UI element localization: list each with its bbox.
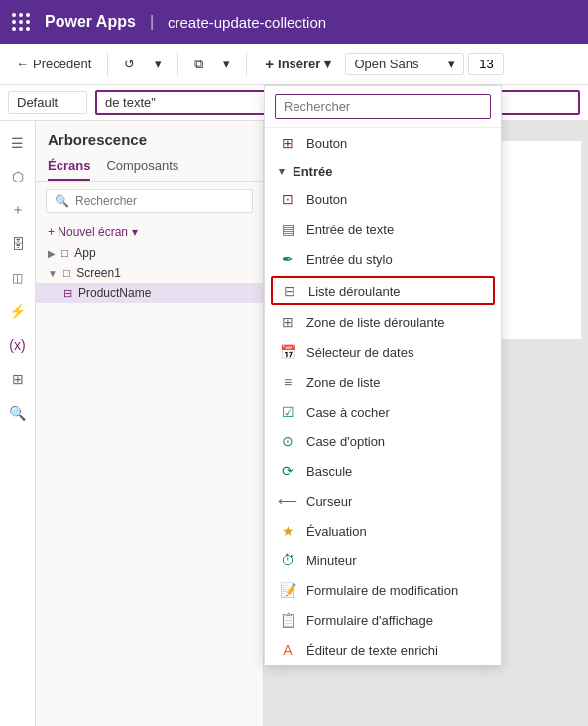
copy-icon: ⧉	[194, 57, 203, 72]
bouton-icon: ⊡	[279, 190, 296, 208]
case-cocher-icon: ☑	[279, 403, 296, 421]
tree-item-productname-label: ProductName	[78, 286, 151, 300]
menu-item-liste-deroulante-label: Liste déroulante	[308, 284, 401, 299]
menu-item-bascule[interactable]: ⟳ Bascule	[265, 456, 501, 486]
main-toolbar: ← Précédent ↺ ▾ ⧉ ▾ + Insérer ▾ Open San…	[0, 44, 588, 85]
back-button[interactable]: ← Précédent	[8, 53, 99, 75]
sidebar-search-button[interactable]: 🔍	[4, 399, 32, 426]
insert-dropdown-menu: ⊞ Bouton ▾ Entrée ⊡ Bouton ▤ Entrée de t…	[264, 85, 502, 666]
bascule-icon: ⟳	[279, 462, 296, 480]
tree-item-productname-icon: ⊟	[63, 287, 72, 300]
menu-item-selecteur-dates[interactable]: 📅 Sélecteur de dates	[265, 337, 501, 367]
entree-stylo-icon: ✒	[279, 250, 296, 268]
toolbar-divider-2	[177, 53, 178, 76]
bouton-top-icon: ⊞	[279, 134, 296, 152]
menu-item-case-option[interactable]: ⊙ Case d'option	[265, 426, 501, 456]
menu-item-case-option-label: Case d'option	[306, 434, 385, 449]
tree-search-input[interactable]	[75, 194, 244, 208]
menu-item-formulaire-affichage-label: Formulaire d'affichage	[306, 613, 433, 628]
tab-components[interactable]: Composants	[106, 154, 178, 181]
menu-item-case-cocher[interactable]: ☑ Case à cocher	[265, 397, 501, 426]
selecteur-dates-icon: 📅	[279, 343, 296, 361]
menu-search-input[interactable]	[275, 94, 491, 119]
undo-dropdown-button[interactable]: ▾	[147, 53, 170, 75]
new-screen-chevron-icon: ▾	[132, 225, 138, 239]
section-entree-label: Entrée	[293, 164, 332, 179]
menu-item-evaluation[interactable]: ★ Évaluation	[265, 516, 501, 545]
menu-item-formulaire-modif[interactable]: 📝 Formulaire de modification	[265, 575, 501, 605]
menu-item-zone-liste-deroulante[interactable]: ⊞ Zone de liste déroulante	[265, 307, 501, 337]
menu-item-minuteur-label: Minuteur	[306, 553, 357, 568]
menu-item-zone-liste[interactable]: ≡ Zone de liste	[265, 367, 501, 397]
sidebar-layers-button[interactable]: ⬡	[4, 163, 32, 190]
menu-item-liste-deroulante[interactable]: ⊟ Liste déroulante	[271, 276, 495, 305]
tab-screens[interactable]: Écrans	[48, 154, 90, 181]
menu-item-entree-texte-label: Entrée de texte	[306, 222, 394, 237]
copy-dropdown-button[interactable]: ▾	[215, 53, 238, 75]
insert-button[interactable]: + Insérer ▾	[255, 52, 341, 76]
evaluation-icon: ★	[279, 522, 296, 540]
app-name-label: Power Apps	[45, 13, 136, 31]
tree-chevron-screen1-icon: ▼	[48, 268, 58, 279]
sidebar-var-button[interactable]: (x)	[4, 331, 32, 359]
plus-icon: +	[265, 56, 274, 72]
sidebar-media-button[interactable]: ◫	[4, 264, 32, 292]
menu-item-entree-stylo-label: Entrée du stylo	[306, 252, 393, 267]
sidebar-data-button[interactable]: 🗄	[4, 230, 32, 258]
editeur-texte-icon: A	[279, 641, 296, 659]
menu-item-bouton[interactable]: ⊡ Bouton	[265, 184, 501, 214]
formulaire-modif-icon: 📝	[279, 581, 296, 599]
back-label: Précédent	[33, 57, 91, 71]
font-size-input[interactable]: 13	[468, 53, 504, 75]
tree-header-label: Arborescence	[36, 121, 263, 154]
menu-item-formulaire-affichage[interactable]: 📋 Formulaire d'affichage	[265, 605, 501, 635]
tree-panel: Arborescence Écrans Composants 🔍 + Nouve…	[36, 121, 264, 726]
project-name-label: create-update-collection	[168, 14, 326, 31]
sidebar-tree-button[interactable]: ☰	[4, 129, 32, 157]
top-bar: Power Apps | create-update-collection	[0, 0, 588, 44]
tree-item-app[interactable]: ▶ □ App	[36, 243, 263, 263]
tree-item-productname[interactable]: ⊟ ProductName	[36, 283, 263, 302]
tree-chevron-app-icon: ▶	[48, 248, 56, 259]
menu-section-entree[interactable]: ▾ Entrée	[265, 158, 501, 184]
sidebar-power-button[interactable]: ⚡	[4, 298, 32, 325]
insert-chevron-icon: ▾	[324, 57, 331, 71]
sidebar-component-button[interactable]: ⊞	[4, 365, 32, 393]
font-chevron-icon: ▾	[448, 57, 455, 71]
minuteur-icon: ⏱	[279, 551, 296, 569]
menu-item-top-bouton[interactable]: ⊞ Bouton	[265, 128, 501, 158]
sidebar-add-button[interactable]: ＋	[4, 196, 32, 224]
tree-item-app-label: App	[74, 246, 95, 260]
apps-icon[interactable]	[12, 13, 31, 32]
menu-item-bascule-label: Bascule	[306, 464, 352, 479]
zone-liste-icon: ≡	[279, 373, 296, 391]
menu-item-curseur-label: Curseur	[306, 494, 352, 509]
menu-item-editeur-texte-label: Éditeur de texte enrichi	[306, 643, 438, 658]
menu-item-top-bouton-label: Bouton	[306, 136, 347, 151]
undo-icon: ↺	[124, 57, 135, 71]
tree-item-screen1[interactable]: ▼ □ Screen1	[36, 263, 263, 283]
title-separator: |	[150, 13, 154, 31]
menu-item-evaluation-label: Évaluation	[306, 524, 367, 539]
entree-texte-icon: ▤	[279, 220, 296, 238]
new-screen-button[interactable]: + Nouvel écran ▾	[36, 221, 263, 243]
copy-button[interactable]: ⧉	[186, 53, 211, 76]
tree-item-app-icon: □	[61, 246, 68, 260]
undo-button[interactable]: ↺	[116, 53, 143, 75]
menu-item-zone-liste-deroulante-label: Zone de liste déroulante	[306, 315, 444, 330]
menu-item-editeur-texte[interactable]: A Éditeur de texte enrichi	[265, 635, 501, 665]
menu-item-formulaire-modif-label: Formulaire de modification	[306, 583, 458, 598]
menu-item-entree-stylo[interactable]: ✒ Entrée du stylo	[265, 244, 501, 274]
chevron-down-icon-2: ▾	[223, 57, 230, 71]
menu-item-minuteur[interactable]: ⏱ Minuteur	[265, 545, 501, 575]
property-dropdown[interactable]: Default	[8, 91, 87, 114]
menu-item-entree-texte[interactable]: ▤ Entrée de texte	[265, 214, 501, 244]
toolbar-divider-3	[246, 53, 247, 76]
menu-item-curseur[interactable]: ⟵ Curseur	[265, 486, 501, 516]
zone-liste-deroulante-icon: ⊞	[279, 313, 296, 331]
liste-deroulante-icon: ⊟	[281, 282, 298, 300]
font-family-select[interactable]: Open Sans ▾	[345, 53, 464, 75]
tree-item-screen1-label: Screen1	[76, 266, 121, 280]
curseur-icon: ⟵	[279, 492, 296, 510]
menu-item-bouton-label: Bouton	[306, 192, 347, 207]
